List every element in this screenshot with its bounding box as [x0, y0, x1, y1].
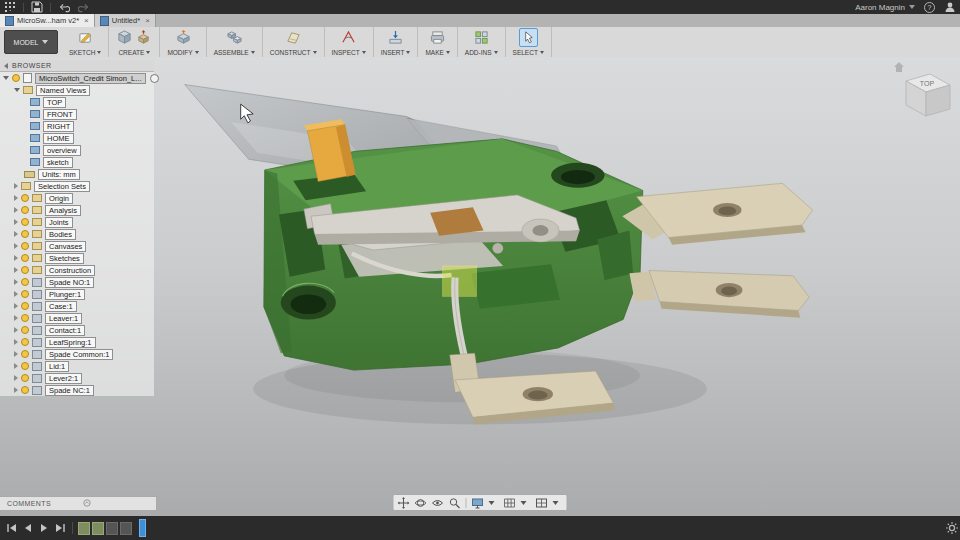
expand-caret[interactable]: [14, 315, 18, 321]
expand-caret[interactable]: [14, 267, 18, 273]
visibility-bulb-icon[interactable]: [21, 338, 29, 346]
create-extrude-icon[interactable]: [135, 29, 152, 46]
create-box-icon[interactable]: [116, 29, 133, 46]
view-cube[interactable]: TOP: [890, 59, 954, 123]
modify-menu[interactable]: MODIFY: [167, 49, 198, 56]
visibility-bulb-icon[interactable]: [21, 194, 29, 202]
redo-icon[interactable]: [78, 1, 90, 13]
expand-caret[interactable]: [14, 219, 18, 225]
addins-menu[interactable]: ADD-INS: [465, 49, 498, 56]
visibility-bulb-icon[interactable]: [21, 218, 29, 226]
go-to-start-icon[interactable]: [6, 522, 18, 534]
expand-caret[interactable]: [14, 327, 18, 333]
expand-caret[interactable]: [14, 279, 18, 285]
visibility-bulb-icon[interactable]: [21, 266, 29, 274]
tree-row-component[interactable]: Spade NO:1: [0, 276, 154, 288]
inspect-menu[interactable]: INSPECT: [332, 49, 366, 56]
visibility-bulb-icon[interactable]: [21, 374, 29, 382]
assemble-menu[interactable]: ASSEMBLE: [214, 49, 255, 56]
visibility-bulb-icon[interactable]: [21, 386, 29, 394]
expand-comments-icon[interactable]: [76, 499, 152, 509]
tree-row-folder[interactable]: Bodies: [0, 228, 154, 240]
tree-row-component[interactable]: Leaver:1: [0, 312, 154, 324]
activate-component-radio[interactable]: [150, 74, 159, 83]
expand-caret[interactable]: [14, 183, 18, 189]
timeline-position-marker[interactable]: [139, 519, 146, 537]
model-viewport[interactable]: BROWSER MicroSwitch_Credit Simon_L... Na…: [0, 57, 960, 516]
browser-header[interactable]: BROWSER: [0, 60, 154, 72]
timeline-feature-sketch[interactable]: [92, 522, 104, 535]
play-icon[interactable]: [38, 522, 50, 534]
workspace-selector[interactable]: MODEL: [4, 30, 58, 54]
timeline-feature-sketch[interactable]: [78, 522, 90, 535]
visibility-bulb-icon[interactable]: [21, 326, 29, 334]
visibility-bulb-icon[interactable]: [21, 278, 29, 286]
expand-caret[interactable]: [14, 351, 18, 357]
step-back-icon[interactable]: [22, 522, 34, 534]
document-tab[interactable]: MicroSw...ham v2* ×: [0, 14, 95, 27]
collapse-panel-icon[interactable]: [4, 63, 8, 69]
visibility-bulb-icon[interactable]: [21, 362, 29, 370]
tree-row-view[interactable]: overview: [0, 144, 154, 156]
tree-row-units[interactable]: Units: mm: [0, 168, 154, 180]
save-icon[interactable]: [31, 1, 43, 13]
sketch-icon[interactable]: [77, 29, 94, 46]
make-print-icon[interactable]: [429, 29, 446, 46]
modify-icon[interactable]: [175, 29, 192, 46]
visibility-bulb-icon[interactable]: [21, 206, 29, 214]
close-tab-icon[interactable]: ×: [145, 17, 150, 25]
tree-row-named-views[interactable]: Named Views: [0, 84, 154, 96]
grid-settings-menu[interactable]: [504, 497, 531, 509]
visibility-bulb-icon[interactable]: [12, 74, 20, 82]
make-menu[interactable]: MAKE: [425, 49, 449, 56]
tree-row-component[interactable]: Contact:1: [0, 324, 154, 336]
tree-row-folder[interactable]: Canvases: [0, 240, 154, 252]
tree-row-root[interactable]: MicroSwitch_Credit Simon_L...: [0, 72, 154, 84]
pan-icon[interactable]: [398, 497, 410, 509]
tree-row-view[interactable]: HOME: [0, 132, 154, 144]
step-forward-icon[interactable]: [54, 522, 66, 534]
tree-row-component[interactable]: Case:1: [0, 300, 154, 312]
tree-row-folder[interactable]: Joints: [0, 216, 154, 228]
expand-caret[interactable]: [14, 243, 18, 249]
select-cursor-icon[interactable]: [519, 28, 538, 47]
display-settings-menu[interactable]: [472, 497, 499, 509]
select-menu[interactable]: SELECT: [513, 49, 544, 56]
zoom-icon[interactable]: [449, 497, 461, 509]
expand-caret[interactable]: [14, 231, 18, 237]
visibility-bulb-icon[interactable]: [21, 302, 29, 310]
construct-menu[interactable]: CONSTRUCT: [270, 49, 317, 56]
settings-gear-icon[interactable]: [946, 522, 958, 534]
tree-row-folder[interactable]: Sketches: [0, 252, 154, 264]
expand-caret[interactable]: [14, 339, 18, 345]
tree-row-folder[interactable]: Construction: [0, 264, 154, 276]
visibility-bulb-icon[interactable]: [21, 254, 29, 262]
orbit-icon[interactable]: [415, 497, 427, 509]
visibility-bulb-icon[interactable]: [21, 314, 29, 322]
help-icon[interactable]: ?: [924, 2, 935, 13]
tree-row-component[interactable]: LeafSpring:1: [0, 336, 154, 348]
undo-icon[interactable]: [58, 1, 70, 13]
visibility-bulb-icon[interactable]: [21, 230, 29, 238]
expand-caret[interactable]: [14, 363, 18, 369]
tree-row-component[interactable]: Plunger:1: [0, 288, 154, 300]
addins-icon[interactable]: [473, 29, 490, 46]
expand-caret[interactable]: [14, 291, 18, 297]
expand-caret[interactable]: [14, 255, 18, 261]
tree-row-component[interactable]: Spade NC:1: [0, 384, 154, 396]
create-menu[interactable]: CREATE: [118, 49, 150, 56]
insert-icon[interactable]: [387, 29, 404, 46]
timeline-feature[interactable]: [106, 522, 118, 535]
tree-row-folder[interactable]: Origin: [0, 192, 154, 204]
tree-row-view[interactable]: sketch: [0, 156, 154, 168]
expand-caret[interactable]: [14, 195, 18, 201]
viewcube-top-label[interactable]: TOP: [920, 80, 935, 87]
visibility-bulb-icon[interactable]: [21, 350, 29, 358]
tree-row-folder[interactable]: Selection Sets: [0, 180, 154, 192]
tree-row-component[interactable]: Lid:1: [0, 360, 154, 372]
assemble-icon[interactable]: [226, 29, 243, 46]
expand-caret[interactable]: [14, 387, 18, 393]
expand-caret[interactable]: [14, 88, 20, 92]
expand-caret[interactable]: [3, 76, 9, 80]
sketch-menu[interactable]: SKETCH: [69, 49, 101, 56]
